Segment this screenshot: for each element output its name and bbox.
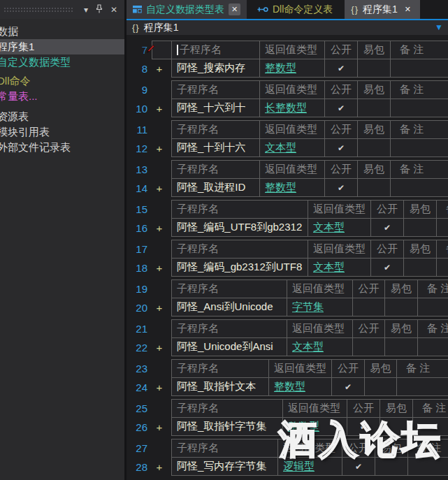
public-cell[interactable]: ✔ [371, 219, 404, 236]
subroutine-name-cell[interactable]: 阿怪_Ansi到Unicode [172, 298, 287, 316]
tree-item-custom-datatypes[interactable]: 自定义数据类型 [0, 54, 124, 70]
subroutine-name-cell[interactable]: 阿怪_取进程ID [172, 179, 260, 196]
pack-cell[interactable] [375, 458, 408, 475]
subroutine-name-cell[interactable]: 阿怪_写内存字节集 [172, 458, 278, 475]
pack-cell[interactable] [358, 179, 391, 196]
subroutine-name-cell[interactable]: 阿怪_取指针文本 [172, 378, 269, 395]
return-type-link[interactable]: 文本型 [313, 221, 345, 234]
return-type-cell[interactable]: 文本型 [308, 219, 371, 236]
public-cell[interactable]: ✔ [347, 418, 380, 435]
public-cell[interactable]: ✔ [342, 458, 375, 475]
header-remark: 备 注 [437, 201, 448, 218]
public-cell[interactable]: ✔ [325, 139, 358, 157]
pack-cell[interactable] [385, 298, 418, 316]
remark-cell[interactable] [391, 139, 448, 157]
drag-handle-dots[interactable] [3, 7, 74, 13]
close-icon[interactable]: ✕ [110, 6, 117, 14]
expand-toggle[interactable]: + [157, 381, 163, 393]
public-cell[interactable]: ✔ [332, 378, 365, 395]
subroutine-name-cell[interactable]: 阿怪_搜索内存 [172, 59, 260, 77]
return-type-link[interactable]: 文本型 [313, 261, 345, 274]
breadcrumb-dropdown-icon[interactable]: ▼ [435, 22, 443, 32]
remark-cell[interactable] [391, 179, 448, 196]
tree-item-program-set[interactable]: 程序集1 [0, 39, 124, 54]
braces-icon: {} [132, 22, 140, 33]
breadcrumb[interactable]: {} 程序集1 ▼ [127, 20, 448, 35]
tab-dll-commands[interactable]: Dll命令定义表 [251, 0, 339, 19]
remark-cell[interactable] [397, 378, 448, 395]
pin-icon[interactable] [96, 4, 103, 15]
return-type-cell[interactable]: 文本型 [260, 139, 325, 157]
remark-cell[interactable] [391, 59, 448, 77]
pack-cell[interactable] [380, 418, 413, 435]
return-type-cell[interactable]: 整数型 [269, 378, 332, 395]
expand-toggle[interactable]: + [157, 461, 163, 473]
pack-cell[interactable] [404, 219, 437, 236]
return-type-link[interactable]: 整数型 [274, 380, 305, 393]
return-type-link[interactable]: 整数型 [265, 181, 296, 194]
public-cell[interactable]: ✔ [325, 59, 358, 77]
expand-toggle[interactable]: + [157, 421, 163, 433]
tab-program-set[interactable]: {} 程序集1 ✕ [345, 0, 419, 19]
public-cell[interactable]: ✔ [371, 259, 404, 276]
return-type-cell[interactable]: 整数型 [283, 418, 347, 435]
tab-custom-datatypes[interactable]: 自定义数据类型表 ✕ [127, 0, 247, 19]
remark-cell[interactable] [418, 338, 448, 356]
subroutine-name-cell[interactable]: 阿怪_取指针字节集 [172, 418, 283, 435]
chevron-down-icon[interactable]: ▾ [84, 6, 88, 14]
return-type-cell[interactable]: 字节集 [287, 298, 353, 316]
tree-item-dll-commands[interactable]: Dll命令 [0, 73, 124, 89]
remark-cell[interactable] [437, 259, 448, 276]
tree-item-resources[interactable]: 资源表 [0, 109, 124, 124]
expand-toggle[interactable]: + [157, 143, 163, 154]
public-cell[interactable]: ✔ [325, 99, 358, 117]
tree-item-data[interactable]: 数据 [0, 24, 124, 39]
expand-toggle[interactable]: + [157, 182, 163, 194]
subroutine-name-cell[interactable]: 阿怪_编码_gb2312到UTF8 [172, 259, 308, 276]
remark-cell[interactable] [437, 219, 448, 236]
remark-cell[interactable] [413, 418, 448, 435]
return-type-cell[interactable]: 文本型 [308, 259, 371, 276]
check-mark: ✔ [345, 382, 352, 392]
gutter: 19 20+ [127, 279, 171, 317]
tab-close-icon[interactable]: ✕ [229, 3, 240, 15]
remark-cell[interactable] [408, 458, 448, 475]
subroutine-name-cell[interactable]: 阿怪_十六到十 [172, 99, 260, 117]
return-type-link[interactable]: 长整数型 [265, 101, 307, 115]
return-type-cell[interactable]: 整数型 [260, 179, 325, 196]
pack-cell[interactable] [358, 139, 391, 157]
subroutine-name-cell[interactable]: 阿怪_十到十六 [172, 139, 260, 157]
return-type-link[interactable]: 文本型 [292, 340, 324, 354]
pack-cell[interactable] [385, 338, 418, 356]
public-cell[interactable] [353, 298, 385, 316]
public-cell[interactable]: ✔ [325, 179, 358, 196]
return-type-cell[interactable]: 文本型 [287, 338, 353, 356]
expand-toggle[interactable]: + [157, 262, 163, 274]
expand-toggle[interactable]: + [157, 302, 163, 314]
tab-close-icon[interactable]: ✕ [402, 3, 414, 15]
pack-cell[interactable] [365, 378, 397, 395]
return-type-cell[interactable]: 逻辑型 [278, 458, 342, 475]
return-type-cell[interactable]: 长整数型 [260, 99, 325, 117]
pack-cell[interactable] [404, 259, 437, 276]
expand-toggle[interactable]: + [157, 103, 163, 115]
remark-cell[interactable] [391, 99, 448, 117]
return-type-link[interactable]: 整数型 [265, 61, 296, 75]
pack-cell[interactable] [358, 59, 391, 77]
expand-toggle[interactable]: + [157, 222, 163, 234]
return-type-link[interactable]: 逻辑型 [283, 460, 315, 473]
return-type-link[interactable]: 文本型 [265, 141, 296, 154]
pack-cell[interactable] [358, 99, 391, 117]
return-type-cell[interactable]: 整数型 [260, 59, 325, 77]
return-type-link[interactable]: 整数型 [288, 420, 319, 433]
expand-toggle[interactable]: + [157, 63, 163, 75]
tree-item-external-files[interactable]: 外部文件记录表 [0, 140, 124, 155]
subroutine-name-cell[interactable]: 阿怪_Unicode到Ansi [172, 338, 287, 356]
expand-toggle[interactable]: + [157, 342, 163, 354]
remark-cell[interactable] [418, 298, 448, 316]
public-cell[interactable] [353, 338, 385, 356]
return-type-link[interactable]: 字节集 [292, 300, 324, 314]
subroutine-name-cell[interactable]: 阿怪_编码_UTF8到gb2312 [172, 219, 308, 236]
tree-item-module-refs[interactable]: 模块引用表 [0, 124, 124, 140]
tree-item-constants[interactable]: 常量表... [0, 89, 124, 104]
